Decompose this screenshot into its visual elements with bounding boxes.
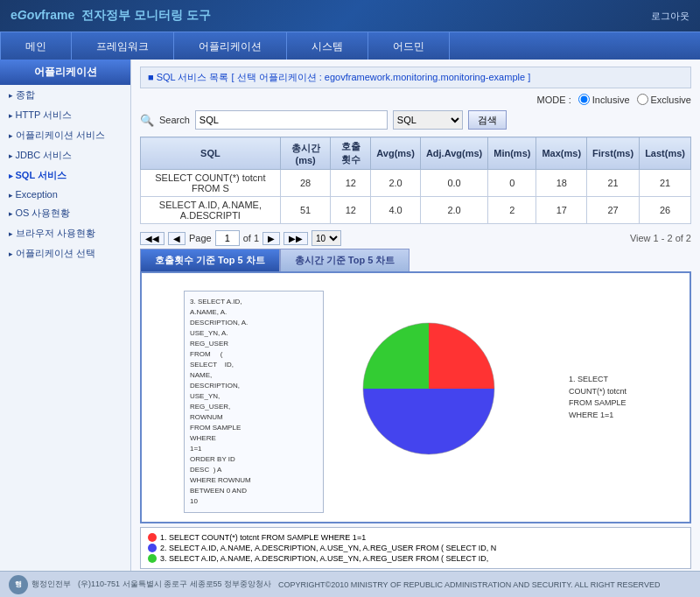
legend-line: WHERE ROWNUM [190,475,318,486]
nav-admin[interactable]: 어드민 [368,32,450,60]
search-select[interactable]: SQL All [393,110,463,130]
legend-line: 10 [190,496,318,507]
cell-min-2: 2 [488,197,536,224]
legend-line: REG_USER [190,339,318,349]
pagination: ◀◀ ◀ Page of 1 ▶ ▶▶ 10 25 50 View 1 - 2 … [140,228,691,249]
col-call-count: 호출횟수 [331,137,371,170]
next-page-button[interactable]: ▶ [262,232,280,245]
per-page-select[interactable]: 10 25 50 [312,230,341,246]
legend-dot-2 [148,544,157,552]
cell-calls-2: 12 [331,197,371,224]
legend-line: FROM ( [190,349,318,360]
footer-address: (우)110-751 서울특별시 종로구 세종로55 정부중앙청사 [78,579,271,590]
legend-line: WHERE [190,433,318,444]
cell-sql-1: SELECT COUNT(*) totcnt FROM S [141,170,281,197]
cell-total-1: 28 [280,170,331,197]
legend-line: DESC ) A [190,465,318,475]
nav: 메인 프레임워크 어플리케이션 시스템 어드민 [0,32,700,60]
legend-line: BETWEEN 0 AND [190,486,318,496]
nav-application[interactable]: 어플리케이션 [174,32,287,60]
pie-segment-2 [363,389,494,454]
chart-area: 3. SELECT A.ID, A.NAME, A. DESCRIPTION, … [140,271,691,523]
mode-bar: MODE : Inclusive Exclusive [140,94,691,105]
mode-exclusive-label: Exclusive [651,95,691,105]
nav-main[interactable]: 메인 [0,32,72,60]
search-label: Search [159,115,190,125]
legend-line: 1=1 [190,444,318,454]
search-button[interactable]: 검색 [468,110,507,130]
legend-text-3: 3. SELECT A.ID, A.NAME, A.DESCRIPTION, A… [160,554,488,563]
cell-last-1: 21 [640,170,691,197]
first-page-button[interactable]: ◀◀ [140,232,164,245]
page-info: View 1 - 2 of 2 [630,233,691,243]
header: eGovframe 전자정부 모니터링 도구 로그아웃 [0,0,700,32]
mode-inclusive[interactable]: Inclusive [578,94,630,105]
sidebar-item-sql[interactable]: SQL 서비스 [0,165,130,186]
legend-text-2: 2. SELECT A.ID, A.NAME, A.DESCRIPTION, A… [160,544,496,552]
col-avg: Avg(ms) [371,137,421,170]
data-table: SQL 총시간(ms) 호출횟수 Avg(ms) Adj.Avg(ms) Min… [140,137,691,224]
mode-exclusive-radio[interactable] [637,94,648,105]
table-row[interactable]: SELECT A.ID, A.NAME, A.DESCRIPTI 51 12 4… [141,197,691,224]
cell-first-1: 21 [587,170,640,197]
breadcrumb: ■ SQL 서비스 목록 [ 선택 어플리케이션 : egovframework… [140,67,691,88]
legend-bottom: 1. SELECT COUNT(*) totcnt FROM SAMPLE WH… [140,527,691,569]
legend-item-2: 2. SELECT A.ID, A.NAME, A.DESCRIPTION, A… [148,544,683,552]
legend-line: 3. SELECT A.ID, [190,297,318,307]
col-adj-avg: Adj.Avg(ms) [420,137,487,170]
sidebar-item-summary[interactable]: 종합 [0,85,130,105]
legend-dot-3 [148,554,157,563]
cell-adj-1: 0.0 [420,170,487,197]
chart-label-4: WHERE 1=1 [569,410,648,422]
col-sql: SQL [141,137,281,170]
sidebar-item-exception[interactable]: Exception [0,186,130,203]
nav-framework[interactable]: 프레임워크 [72,32,174,60]
search-bar: 🔍 Search SQL All 검색 [140,110,691,130]
last-page-button[interactable]: ▶▶ [284,232,308,245]
footer-logo-icon: 행 [9,575,28,594]
page-number-input[interactable] [215,230,240,246]
chart-label-2: COUNT(*) totcnt [569,386,648,398]
page-label: Page [189,233,212,243]
content: ■ SQL 서비스 목록 [ 선택 어플리케이션 : egovframework… [131,60,700,571]
footer-logo: 행 행정인전부 [9,575,71,594]
table-row[interactable]: SELECT COUNT(*) totcnt FROM S 28 12 2.0 … [141,170,691,197]
nav-system[interactable]: 시스템 [287,32,368,60]
mode-exclusive[interactable]: Exclusive [637,94,691,105]
pie-chart-container [332,301,560,494]
legend-line: DESCRIPTION, A. [190,318,318,328]
sidebar-item-app-service[interactable]: 어플리케이션 서비스 [0,125,130,145]
mode-inclusive-radio[interactable] [578,94,590,105]
legend-item-3: 3. SELECT A.ID, A.NAME, A.DESCRIPTION, A… [148,554,683,563]
sidebar-item-browser[interactable]: 브라우저 사용현황 [0,223,130,243]
logo-egov: eGovframe [10,8,74,22]
chart-tabs: 호출횟수 기준 Top 5 차트 총시간 기준 Top 5 차트 [140,249,691,271]
sidebar: 어플리케이션 종합 HTTP 서비스 어플리케이션 서비스 JDBC 서비스 S… [0,60,131,571]
prev-page-button[interactable]: ◀ [168,232,186,245]
sidebar-item-app-select[interactable]: 어플리케이션 선택 [0,243,130,263]
sidebar-item-jdbc[interactable]: JDBC 서비스 [0,145,130,165]
tab-total-time[interactable]: 총시간 기준 Top 5 차트 [280,249,410,271]
footer: 행 행정인전부 (우)110-751 서울특별시 종로구 세종로55 정부중앙청… [0,571,700,597]
logout-button[interactable]: 로그아웃 [651,10,690,23]
cell-sql-2: SELECT A.ID, A.NAME, A.DESCRIPTI [141,197,281,224]
sidebar-item-http[interactable]: HTTP 서비스 [0,105,130,125]
breadcrumb-prefix: ■ SQL 서비스 목록 [ 선택 어플리케이션 : [148,72,325,82]
sidebar-item-os[interactable]: OS 사용현황 [0,203,130,223]
legend-item-1: 1. SELECT COUNT(*) totcnt FROM SAMPLE WH… [148,533,683,542]
col-min: Min(ms) [488,137,536,170]
legend-line: A.NAME, A. [190,307,318,318]
cell-max-2: 17 [536,197,587,224]
search-input[interactable] [195,110,388,130]
legend-text-box: 3. SELECT A.ID, A.NAME, A. DESCRIPTION, … [184,291,324,513]
col-max: Max(ms) [536,137,587,170]
mode-inclusive-label: Inclusive [592,95,630,105]
legend-dot-1 [148,533,157,542]
footer-logo-text: 행정인전부 [32,579,71,590]
legend-line: USE_YN, A. [190,328,318,339]
tab-call-count[interactable]: 호출횟수 기준 Top 5 차트 [140,249,280,271]
footer-copyright: COPYRIGHT©2010 MINISTRY OF REPUBLIC ADMI… [278,580,660,589]
legend-line: ORDER BY ID [190,454,318,465]
legend-line: DESCRIPTION, [190,381,318,391]
sidebar-title: 어플리케이션 [0,60,130,85]
